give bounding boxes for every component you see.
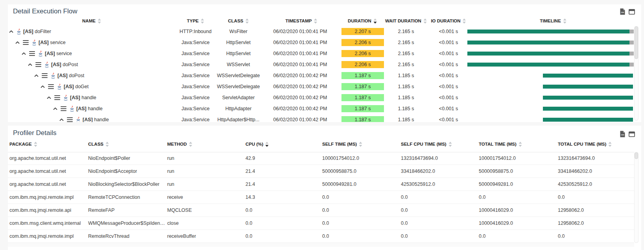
open-window-button[interactable] — [629, 9, 635, 15]
window-icon — [629, 9, 635, 15]
profiler-col-header-package[interactable]: PACKAGE — [9, 140, 37, 148]
flow-row[interactable]: [AS] handle Java:Service HttpAdapter$Htt… — [8, 114, 641, 122]
row-menu-icon[interactable] — [23, 40, 29, 45]
collapse-caret-icon[interactable] — [47, 96, 51, 99]
flow-row[interactable]: [AS] doPost Java:Service WSServlet 06/02… — [8, 59, 641, 70]
profiler-cell-cpu-pct: 42.9 — [245, 152, 255, 165]
sort-icon — [245, 19, 249, 24]
row-menu-icon[interactable] — [48, 84, 54, 89]
flow-cell-type: Java:Service — [181, 92, 210, 103]
profiler-row[interactable]: com.ibm.mq.jmqi.remote.api RemoteFAP MQC… — [8, 204, 634, 217]
profiler-cell-cpu-pct: 21.4 — [245, 165, 255, 178]
sort-icon — [608, 142, 612, 147]
flow-cell-type: Java:Service — [181, 37, 210, 48]
profiler-cell-package: com.ibm.msg.client.wmq.internal — [9, 217, 81, 230]
profiler-col-header-cpu-pct[interactable]: CPU (%) — [245, 140, 269, 148]
flow-row[interactable]: [AS] doPost Java:Service WSServletDelega… — [8, 70, 641, 81]
profiler-cell-class: RemoteRcvThread — [88, 230, 129, 243]
flow-name-cell: [AS] service — [8, 37, 66, 48]
profiler-col-header-method[interactable]: METHOD — [167, 140, 192, 148]
flow-cell-type: Java:Service — [181, 59, 210, 70]
flow-row-method: handle — [81, 95, 96, 100]
profiler-col-header-total-cpu-time-ms[interactable]: TOTAL CPU TIME (MS) — [558, 140, 612, 148]
profiler-row[interactable]: org.apache.tomcat.util.net NioBlockingSe… — [8, 178, 634, 191]
profiler-cell-total-cpu-time: 0.0 — [558, 191, 565, 204]
flow-col-header-duration[interactable]: DURATION — [348, 17, 377, 25]
profiler-cell-self-cpu-time: 0.0 — [401, 191, 408, 204]
flow-col-header-class[interactable]: CLASS — [228, 17, 249, 25]
flow-col-header-timeline[interactable]: TIMELINE — [540, 17, 566, 25]
profiler-cell-class: NioEndpoint$Poller — [88, 152, 130, 165]
profiler-col-header-class[interactable]: CLASS — [88, 140, 109, 148]
collapse-caret-icon[interactable] — [34, 74, 39, 77]
collapse-caret-icon[interactable] — [59, 118, 64, 121]
profiler-cell-total-time: 100001754012.0 — [479, 152, 516, 165]
row-menu-icon[interactable] — [67, 117, 73, 122]
flow-col-header-wait-duration[interactable]: WAIT DURATION — [385, 17, 427, 25]
collapse-caret-icon[interactable] — [22, 52, 26, 55]
flow-vertical-scrollbar[interactable] — [634, 26, 638, 120]
flow-scrollbar-thumb[interactable] — [635, 26, 638, 59]
profiler-scrollbar-thumb[interactable] — [635, 152, 638, 159]
sort-icon — [314, 19, 317, 24]
profiler-cell-total-time: 10000416029.0 — [479, 204, 513, 217]
flow-row[interactable]: [AS] doGet Java:Service WSServletDelegat… — [8, 81, 641, 92]
profiler-row[interactable]: com.ibm.mq.jmqi.remote.impl RemoteRcvThr… — [8, 230, 634, 243]
profiler-col-label: TOTAL TIME (MS) — [479, 142, 517, 146]
open-window-button[interactable] — [629, 131, 635, 137]
profiler-row[interactable]: org.apache.tomcat.util.net NioEndpoint$P… — [8, 152, 634, 165]
flow-col-header-timestamp[interactable]: TIMESTAMP — [286, 17, 317, 25]
profiler-vertical-scrollbar[interactable] — [634, 152, 638, 243]
flow-row[interactable]: [AS] handle Java:Service HttpAdapter 06/… — [8, 103, 641, 114]
flow-cell-timestamp: 06/02/2020 01:00:41 PM — [273, 48, 327, 59]
profiler-row[interactable]: com.ibm.mq.jmqi.remote.impl RemoteTCPCon… — [8, 191, 634, 204]
collapse-caret-icon[interactable] — [28, 63, 32, 66]
flow-cell-wait-duration: 1.185 s — [398, 92, 414, 103]
collapse-caret-icon[interactable] — [9, 30, 13, 33]
profiler-col-label: SELF CPU TIME (MS) — [401, 142, 447, 146]
flow-row-method: doPost — [63, 62, 78, 67]
profiler-col-header-self-time-ms[interactable]: SELF TIME (MS) — [322, 140, 362, 148]
flow-col-header-type[interactable]: TYPE — [187, 17, 204, 25]
flow-row[interactable]: [AS] service Java:Service HttpServlet 06… — [8, 48, 641, 59]
profiler-cell-package: com.ibm.mq.jmqi.remote.api — [9, 204, 71, 217]
flow-cell-timestamp: 06/02/2020 01:00:42 PM — [273, 81, 327, 92]
flow-col-header-name[interactable]: NAME — [82, 17, 101, 25]
collapse-caret-icon[interactable] — [41, 85, 45, 88]
flow-name-cell: [AS] doPost — [8, 59, 78, 70]
flow-row[interactable]: [AS] doFilter HTTP:Inbound WsFilter 06/0… — [8, 26, 641, 37]
flow-col-header-io-duration[interactable]: IO DURATION — [431, 17, 466, 25]
profiler-cell-cpu-pct: 21.4 — [245, 178, 255, 191]
flow-cell-timestamp: 06/02/2020 01:00:41 PM — [273, 37, 327, 48]
flow-row-method: handle — [88, 106, 103, 111]
export-csv-button[interactable]: csv — [620, 8, 625, 15]
flow-row[interactable]: [AS] service Java:Service HttpServlet 06… — [8, 37, 641, 48]
flow-row[interactable]: [AS] handle Java:Service ServletAdapter … — [8, 92, 641, 103]
java-icon — [70, 106, 74, 112]
profiler-cell-method: run — [167, 152, 174, 165]
flow-row-method: service — [50, 40, 66, 45]
timeline-bar-active — [543, 74, 633, 78]
row-menu-icon[interactable] — [42, 73, 48, 78]
profiler-cell-total-cpu-time: 33418466202.0 — [558, 165, 592, 178]
profiler-row[interactable]: org.apache.tomcat.util.net NioEndpoint$A… — [8, 165, 634, 178]
flow-cell-class: WSServletDelegate — [217, 70, 260, 81]
row-menu-icon[interactable] — [29, 51, 35, 56]
profiler-row[interactable]: com.ibm.msg.client.wmq.internal WMQMessa… — [8, 217, 634, 230]
profiler-cell-cpu-pct: 0.0 — [245, 204, 252, 217]
profiler-details-panel: Profiler Details csv PACKAGE CLASS METHO… — [8, 126, 641, 250]
row-menu-icon[interactable] — [35, 62, 41, 67]
sort-icon — [563, 19, 566, 24]
row-menu-icon[interactable] — [54, 95, 60, 100]
collapse-caret-icon[interactable] — [15, 41, 20, 44]
profiler-cell-total-cpu-time: 132316473694.0 — [558, 152, 595, 165]
profiler-cell-total-cpu-time: 12958062.0 — [558, 204, 584, 217]
profiler-col-header-total-time-ms[interactable]: TOTAL TIME (MS) — [479, 140, 522, 148]
row-menu-icon[interactable] — [61, 106, 66, 111]
export-csv-button[interactable]: csv — [620, 131, 625, 137]
profiler-cell-class: NioBlockingSelector$BlockPoller — [88, 178, 159, 191]
profiler-col-header-self-cpu-time-ms[interactable]: SELF CPU TIME (MS) — [401, 140, 452, 148]
collapse-caret-icon[interactable] — [53, 107, 57, 110]
flow-col-label: IO DURATION — [431, 19, 460, 23]
java-icon — [44, 61, 49, 68]
